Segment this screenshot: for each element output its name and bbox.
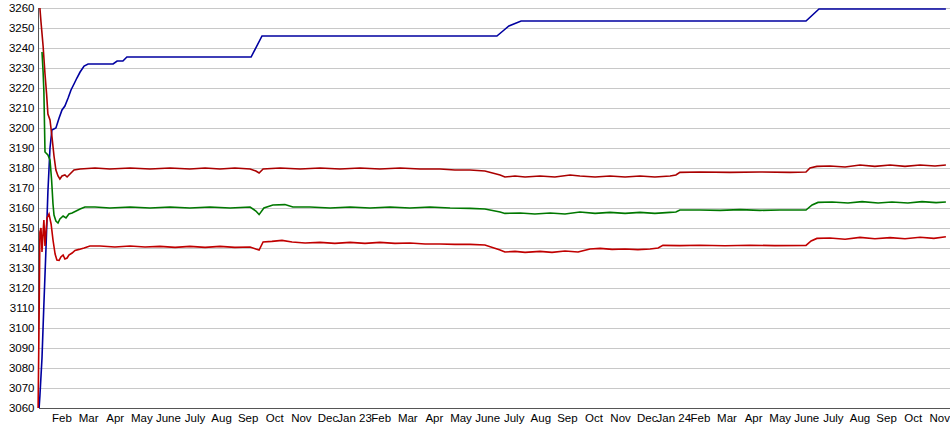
x-axis-tick-label: Oct <box>266 412 285 424</box>
y-axis-tick-label: 3230 <box>9 62 35 74</box>
y-axis-tick-label: 3200 <box>9 122 35 134</box>
series-line-dark-red-upper-series <box>40 8 946 179</box>
y-axis-tick-label: 3210 <box>9 102 35 114</box>
x-axis-tick-label: Oct <box>585 412 604 424</box>
y-axis-tick-label: 3180 <box>9 162 35 174</box>
chart-container: 3060307030803090310031103120313031403150… <box>0 0 950 435</box>
x-axis-tick-label: Dec <box>318 412 339 424</box>
x-axis-tick-label: Sep <box>238 412 258 424</box>
x-axis-tick-label: Feb <box>52 412 72 424</box>
y-axis-tick-label: 3240 <box>9 42 35 54</box>
y-axis-tick-label: 3140 <box>9 242 35 254</box>
y-axis-tick-label: 3080 <box>9 362 35 374</box>
x-axis-tick-label: Aug <box>850 412 870 424</box>
x-axis-tick-label: Nov <box>291 412 312 424</box>
y-axis-tick-label: 3110 <box>10 302 35 314</box>
y-axis-tick-label: 3070 <box>9 382 35 394</box>
y-axis-tick-label: 3250 <box>9 22 35 34</box>
y-axis-tick-label: 3160 <box>9 202 35 214</box>
series-line-red-lower-series <box>38 214 946 408</box>
x-axis-tick-label: Nov <box>930 412 950 424</box>
x-axis-tick-label: Feb <box>371 412 391 424</box>
x-axis-tick-label: Apr <box>425 412 443 424</box>
x-axis-tick-label: May <box>131 412 153 424</box>
x-axis-tick-label: July <box>185 412 206 424</box>
x-axis-tick-label: Sep <box>876 412 896 424</box>
line-chart: 3060307030803090310031103120313031403150… <box>0 0 950 435</box>
x-axis-tick-label: Apr <box>106 412 124 424</box>
x-axis-tick-label: Sep <box>557 412 577 424</box>
x-axis-tick-label: July <box>823 412 844 424</box>
y-axis-tick-label: 3120 <box>9 282 35 294</box>
x-axis-tick-label: Nov <box>610 412 631 424</box>
y-axis-tick-label: 3220 <box>9 82 35 94</box>
x-axis-tick-label: Jan 23 <box>337 412 372 424</box>
x-axis-tick-label: June <box>475 412 500 424</box>
x-axis-tick-label: Aug <box>211 412 231 424</box>
series-line-green-middle-series <box>42 52 946 223</box>
y-axis-tick-label: 3060 <box>9 402 35 414</box>
x-axis-tick-label: Dec <box>637 412 658 424</box>
y-axis-tick-label: 3190 <box>9 142 35 154</box>
y-axis-tick-label: 3100 <box>9 322 35 334</box>
y-axis-tick-label: 3130 <box>9 262 35 274</box>
x-axis-tick-label: Jan 24 <box>657 412 692 424</box>
x-axis-tick-label: Mar <box>398 412 418 424</box>
x-axis-tick-label: Aug <box>531 412 551 424</box>
x-axis-tick-label: Apr <box>745 412 763 424</box>
y-axis-tick-label: 3170 <box>9 182 35 194</box>
y-axis-tick-label: 3260 <box>9 2 35 14</box>
x-axis-tick-label: Feb <box>690 412 710 424</box>
y-axis-tick-label: 3150 <box>9 222 35 234</box>
x-axis-tick-label: May <box>769 412 791 424</box>
x-axis-tick-label: Mar <box>717 412 737 424</box>
y-axis-tick-label: 3090 <box>9 342 35 354</box>
x-axis-tick-label: June <box>156 412 181 424</box>
x-axis-tick-label: June <box>794 412 819 424</box>
x-axis-tick-label: Mar <box>79 412 99 424</box>
x-axis-tick-label: May <box>450 412 472 424</box>
x-axis-tick-label: July <box>504 412 525 424</box>
x-axis-tick-label: Oct <box>904 412 923 424</box>
